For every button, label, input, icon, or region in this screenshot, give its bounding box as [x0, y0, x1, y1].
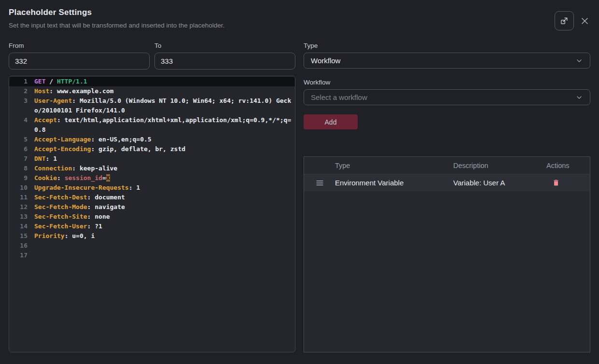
code-text: Sec-Fetch-Site: none — [34, 212, 295, 222]
dialog-titles: Placeholder Settings Set the input text … — [9, 8, 224, 29]
type-label: Type — [304, 42, 590, 49]
type-select-value: Workflow — [311, 56, 340, 65]
code-line: 4Accept: text/html,application/xhtml+xml… — [9, 115, 295, 135]
line-number: 4 — [9, 115, 28, 135]
close-icon — [580, 16, 589, 26]
line-number: 17 — [9, 251, 28, 260]
workflow-field: Workflow Select a workflow — [304, 79, 590, 105]
right-column: Type Workflow Workflow Select a workflow — [304, 42, 590, 352]
table-body: Environment VariableVariable: User A — [304, 174, 590, 191]
to-label: To — [154, 42, 295, 49]
code-text — [34, 241, 295, 251]
chevron-down-icon — [575, 94, 583, 101]
line-number: 7 — [9, 154, 28, 164]
code-text: Sec-Fetch-Dest: document — [34, 193, 295, 202]
type-select[interactable]: Workflow — [304, 53, 590, 69]
code-text: Priority: u=0, i — [34, 231, 295, 241]
line-number: 5 — [9, 135, 28, 144]
code-text: Accept-Language: en-US,en;q=0.5 — [34, 135, 295, 144]
row-type: Environment Variable — [335, 179, 453, 187]
type-field: Type Workflow — [304, 42, 590, 69]
line-number: 15 — [9, 231, 28, 241]
code-text: Upgrade-Insecure-Requests: 1 — [34, 183, 295, 193]
range-row: From To — [9, 42, 295, 70]
from-label: From — [9, 42, 150, 49]
code-line: 16 — [9, 241, 295, 251]
code-line: 15Priority: u=0, i — [9, 231, 295, 241]
page-title: Placeholder Settings — [9, 8, 224, 17]
delete-row-button[interactable] — [552, 179, 560, 187]
line-number: 10 — [9, 183, 28, 193]
add-button[interactable]: Add — [304, 114, 358, 129]
code-line: 7DNT: 1 — [9, 154, 295, 164]
dialog-header: Placeholder Settings Set the input text … — [9, 8, 590, 30]
table-header-description: Description — [453, 162, 546, 169]
dialog-subtitle: Set the input text that will be transfor… — [9, 22, 224, 29]
expand-button[interactable] — [555, 11, 574, 30]
drag-handle-icon — [316, 180, 324, 186]
line-number: 8 — [9, 164, 28, 173]
code-text: Cookie: session_id=X — [34, 173, 295, 183]
header-actions — [555, 11, 589, 30]
workflow-label: Workflow — [304, 79, 590, 86]
code-line: 14Sec-Fetch-User: ?1 — [9, 222, 295, 231]
line-number: 1 — [9, 77, 28, 86]
line-number: 2 — [9, 86, 28, 96]
left-column: From To 1GET / HTTP/1.12Host: www.exampl… — [9, 42, 295, 352]
placeholders-table: Type Description Actions Environment Var… — [304, 156, 590, 352]
to-field: To — [154, 42, 295, 70]
workflow-select[interactable]: Select a workflow — [304, 89, 590, 105]
line-number: 11 — [9, 193, 28, 202]
expand-icon — [559, 16, 569, 26]
chevron-down-icon — [575, 57, 583, 65]
table-header-type: Type — [335, 162, 453, 169]
line-number: 6 — [9, 144, 28, 154]
code-line: 12Sec-Fetch-Mode: navigate — [9, 202, 295, 212]
code-text: Sec-Fetch-User: ?1 — [34, 222, 295, 231]
code-line: 13Sec-Fetch-Site: none — [9, 212, 295, 222]
code-text: DNT: 1 — [34, 154, 295, 164]
table-header-actions: Actions — [546, 162, 590, 169]
code-line: 6Accept-Encoding: gzip, deflate, br, zst… — [9, 144, 295, 154]
workflow-select-placeholder: Select a workflow — [311, 93, 367, 101]
from-input[interactable] — [9, 53, 150, 70]
line-number: 12 — [9, 202, 28, 212]
line-number: 9 — [9, 173, 28, 183]
line-number: 3 — [9, 96, 28, 115]
code-line: 17 — [9, 251, 295, 260]
code-line: 8Connection: keep-alive — [9, 164, 295, 173]
code-text: Host: www.example.com — [34, 86, 295, 96]
code-text: Accept: text/html,application/xhtml+xml,… — [34, 115, 295, 135]
table-header: Type Description Actions — [304, 157, 590, 174]
dialog-content: From To 1GET / HTTP/1.12Host: www.exampl… — [9, 42, 590, 352]
from-field: From — [9, 42, 150, 70]
to-input[interactable] — [154, 53, 295, 70]
code-line: 11Sec-Fetch-Dest: document — [9, 193, 295, 202]
line-number: 14 — [9, 222, 28, 231]
placeholder-settings-dialog: Placeholder Settings Set the input text … — [0, 0, 599, 364]
drag-handle[interactable] — [316, 180, 324, 186]
line-number: 16 — [9, 241, 28, 251]
http-request-editor[interactable]: 1GET / HTTP/1.12Host: www.example.com3Us… — [9, 76, 295, 352]
code-text: Connection: keep-alive — [34, 164, 295, 173]
row-description: Variable: User A — [453, 179, 546, 187]
code-line: 3User-Agent: Mozilla/5.0 (Windows NT 10.… — [9, 96, 295, 115]
code-line: 9Cookie: session_id=X — [9, 173, 295, 183]
code-line: 5Accept-Language: en-US,en;q=0.5 — [9, 135, 295, 144]
code-line: 10Upgrade-Insecure-Requests: 1 — [9, 183, 295, 193]
table-row: Environment VariableVariable: User A — [304, 174, 590, 191]
line-number: 13 — [9, 212, 28, 222]
code-text: User-Agent: Mozilla/5.0 (Windows NT 10.0… — [34, 96, 295, 115]
code-text — [34, 251, 295, 260]
code-text: Sec-Fetch-Mode: navigate — [34, 202, 295, 212]
close-button[interactable] — [580, 16, 589, 26]
trash-icon — [552, 179, 560, 187]
code-line: 2Host: www.example.com — [9, 86, 295, 96]
code-line: 1GET / HTTP/1.1 — [9, 77, 295, 86]
code-text: GET / HTTP/1.1 — [34, 77, 295, 86]
code-text: Accept-Encoding: gzip, deflate, br, zstd — [34, 144, 295, 154]
